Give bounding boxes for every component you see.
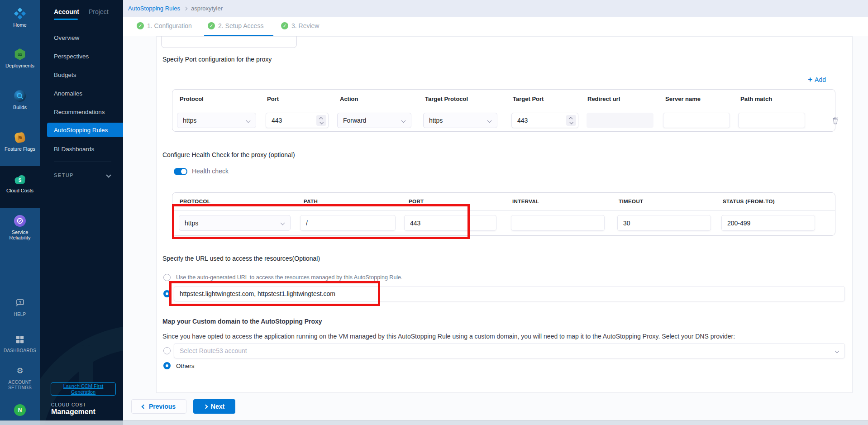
- rail-item-help[interactable]: ? HELP: [0, 297, 40, 317]
- chevron-down-icon[interactable]: [106, 172, 111, 177]
- gear-icon: [16, 365, 23, 377]
- launch-ccm-first-gen-button[interactable]: Launch CCM First Generation: [51, 382, 116, 396]
- help-icon: ?: [15, 297, 25, 310]
- hc-timeout-input[interactable]: [617, 215, 711, 231]
- port-config-table: Protocol Port Action Target Protocol Tar…: [172, 89, 835, 132]
- custom-domain-description: Since you have opted to access the appli…: [162, 333, 735, 340]
- subnav-item-anomalies[interactable]: Anomalies: [54, 90, 82, 97]
- route53-radio[interactable]: [163, 347, 171, 354]
- rail-label: Service Reliability: [3, 229, 37, 240]
- previous-button[interactable]: Previous: [131, 399, 186, 414]
- action-value: Forward: [343, 117, 366, 124]
- column-header: STATUS (FROM-TO): [723, 199, 775, 204]
- target-port-input[interactable]: [511, 113, 578, 128]
- wizard-step-setup-access[interactable]: 2. Setup Access: [208, 22, 263, 29]
- action-select[interactable]: Forward: [337, 113, 411, 128]
- column-header: PATH: [304, 199, 318, 204]
- subnav-item-recommendations[interactable]: Recommendations: [54, 109, 105, 115]
- column-header: Target Protocol: [425, 96, 468, 102]
- breadcrumb-current: asproxytyler: [191, 5, 223, 12]
- wizard-step-review[interactable]: 3. Review: [281, 22, 319, 29]
- hc-port-input[interactable]: [404, 215, 496, 231]
- rail-item-deployments[interactable]: ∞ Deployments: [0, 48, 40, 68]
- subnav-divider: [54, 162, 111, 162]
- chevron-down-icon: [487, 119, 492, 123]
- rail-item-builds[interactable]: Builds: [0, 90, 40, 110]
- health-check-toggle-label: Health check: [192, 167, 229, 175]
- rail-item-account-settings[interactable]: ACCOUNT SETTINGS: [0, 365, 40, 391]
- delete-row-button[interactable]: [830, 115, 841, 126]
- app-window: Home ∞ Deployments: [0, 0, 868, 425]
- subnav-item-overview[interactable]: Overview: [54, 34, 79, 41]
- hc-protocol-select[interactable]: https: [179, 215, 291, 231]
- rail-item-feature-flags[interactable]: ⚑ Feature Flags: [0, 131, 40, 152]
- wizard-step-label: 3. Review: [291, 22, 319, 29]
- chevron-right-icon: [184, 7, 187, 10]
- column-header: TIMEOUT: [619, 199, 644, 204]
- others-radio[interactable]: [163, 362, 171, 369]
- rail-label: Home: [13, 22, 26, 28]
- rail-item-dashboards[interactable]: DASHBOARDS: [0, 333, 40, 353]
- column-header: Path match: [740, 96, 772, 102]
- check-circle-icon: [208, 22, 215, 29]
- step-page: Specify Port configuration for the proxy…: [123, 36, 868, 420]
- target-protocol-select[interactable]: https: [423, 113, 497, 128]
- setup-access-card: Specify Port configuration for the proxy…: [156, 36, 853, 393]
- tab-account[interactable]: Account: [54, 8, 79, 15]
- chevron-down-icon: [835, 349, 839, 353]
- home-icon: [14, 7, 26, 20]
- svg-text:⚑: ⚑: [17, 134, 23, 142]
- deployments-icon: ∞: [14, 48, 26, 61]
- tab-project[interactable]: Project: [89, 8, 109, 15]
- health-check-toggle[interactable]: [174, 168, 187, 175]
- product-name: Management: [51, 408, 95, 416]
- subnav-item-perspectives[interactable]: Perspectives: [54, 53, 89, 60]
- next-button[interactable]: Next: [193, 399, 235, 414]
- custom-url-input[interactable]: [174, 286, 845, 301]
- number-stepper[interactable]: [566, 115, 576, 126]
- protocol-select[interactable]: https: [177, 113, 256, 128]
- auto-url-radio[interactable]: [163, 274, 171, 281]
- horizontal-scrollbar[interactable]: [0, 420, 868, 425]
- hc-interval-input[interactable]: [511, 215, 605, 231]
- rail-label: Cloud Costs: [6, 188, 33, 193]
- subnav-item-autostopping-rules[interactable]: AutoStopping Rules: [47, 123, 123, 137]
- hc-status-input[interactable]: [721, 215, 815, 231]
- plus-icon: [808, 76, 812, 83]
- feature-flags-icon: ⚑: [14, 131, 26, 144]
- number-stepper[interactable]: [316, 115, 326, 126]
- service-reliability-icon: [14, 215, 26, 227]
- product-eyebrow: CLOUD COST: [51, 402, 86, 407]
- breadcrumb: AutoStopping Rules asproxytyler: [123, 0, 868, 17]
- main-content: AutoStopping Rules asproxytyler 1. Confi…: [123, 0, 868, 425]
- server-name-input[interactable]: [663, 113, 730, 128]
- chevron-right-icon: [203, 404, 208, 409]
- health-check-table: PROTOCOL PATH PORT INTERVAL TIMEOUT STAT…: [172, 192, 835, 236]
- column-header: Redirect url: [587, 96, 620, 102]
- rail-item-home[interactable]: Home: [0, 7, 40, 28]
- column-header: Protocol: [180, 96, 204, 102]
- route53-account-select[interactable]: Select Route53 account: [174, 343, 845, 358]
- wizard-step-configuration[interactable]: 1. Configuration: [137, 22, 192, 29]
- rail-label: Builds: [13, 105, 27, 110]
- trash-icon: [832, 116, 839, 124]
- route53-placeholder: Select Route53 account: [180, 347, 247, 354]
- breadcrumb-link-autostopping-rules[interactable]: AutoStopping Rules: [128, 5, 180, 12]
- port-config-heading: Specify Port configuration for the proxy: [162, 56, 272, 63]
- user-avatar[interactable]: N: [14, 404, 26, 416]
- path-match-input[interactable]: [738, 113, 805, 128]
- add-port-row-button[interactable]: Add: [808, 76, 826, 83]
- subnav-setup-label[interactable]: SETUP: [54, 172, 74, 178]
- port-input[interactable]: [266, 113, 329, 128]
- subnav-item-bi-dashboards[interactable]: BI Dashboards: [54, 146, 94, 153]
- rail-item-cloud-costs[interactable]: $ Cloud Costs: [0, 173, 40, 193]
- rail-label: ACCOUNT SETTINGS: [3, 380, 37, 391]
- custom-url-radio[interactable]: [163, 290, 171, 297]
- previous-label: Previous: [149, 403, 176, 410]
- rail-item-service-reliability[interactable]: Service Reliability: [0, 215, 40, 240]
- subnav-item-budgets[interactable]: Budgets: [54, 72, 76, 78]
- hc-path-input[interactable]: [300, 215, 396, 231]
- protocol-value: https: [183, 117, 196, 124]
- clipped-field-above: [161, 36, 297, 48]
- rail-label: HELP: [14, 312, 26, 317]
